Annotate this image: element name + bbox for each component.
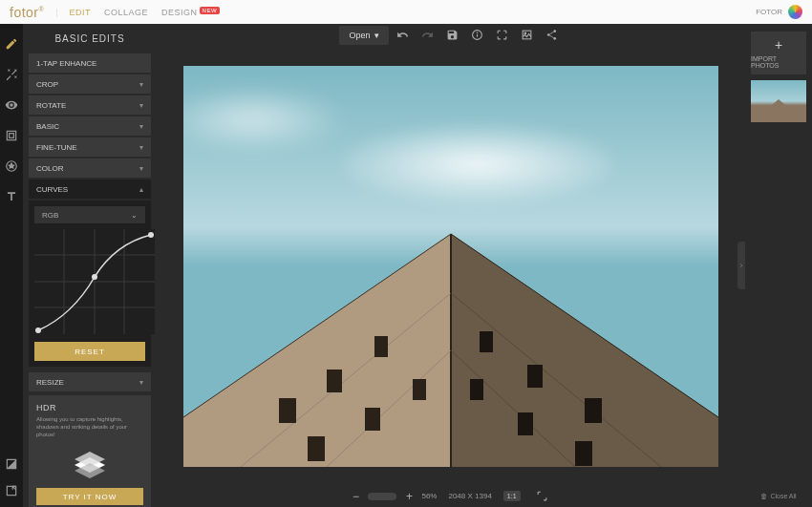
header-left: fotor® | EDIT COLLAGE DESIGNNEW xyxy=(10,5,220,20)
fullscreen-icon[interactable] xyxy=(492,26,513,45)
acc-basic[interactable]: BASIC▾ xyxy=(29,116,151,136)
info-icon[interactable] xyxy=(467,26,488,45)
hdr-stack-icon xyxy=(36,444,143,482)
svg-rect-37 xyxy=(480,331,493,352)
chevron-down-icon: ▾ xyxy=(139,101,143,110)
chevron-up-icon: ▴ xyxy=(139,185,143,194)
frame-icon[interactable] xyxy=(5,129,18,142)
acc-enhance[interactable]: 1-TAP ENHANCE xyxy=(29,53,151,73)
chevron-down-icon: ⌄ xyxy=(131,211,138,220)
app-header: fotor® | EDIT COLLAGE DESIGNNEW FOTOR xyxy=(0,0,812,24)
svg-rect-36 xyxy=(413,379,426,400)
chevron-down-icon: ▾ xyxy=(139,143,143,152)
main: BASIC EDITS 1-TAP ENHANCE CROP▾ ROTATE▾ … xyxy=(0,24,812,507)
open-button[interactable]: Open▾ xyxy=(339,26,388,45)
chevron-down-icon: ▾ xyxy=(139,164,143,173)
svg-rect-33 xyxy=(374,336,388,357)
curves-graph[interactable] xyxy=(34,229,155,334)
undo-icon[interactable] xyxy=(393,26,414,45)
sidebar: BASIC EDITS 1-TAP ENHANCE CROP▾ ROTATE▾ … xyxy=(23,24,157,507)
zoom-slider[interactable] xyxy=(368,493,396,500)
chevron-down-icon: ▾ xyxy=(139,80,143,89)
import-photos-button[interactable]: + IMPORT PHOTOS xyxy=(751,32,806,74)
hdr-desc: Allowing you to capture highlights, shad… xyxy=(36,416,143,438)
zoom-in-button[interactable]: + xyxy=(402,490,416,503)
dimensions-label: 2048 X 1394 xyxy=(448,492,491,500)
save-icon[interactable] xyxy=(442,26,463,45)
trash-icon: 🗑 xyxy=(760,493,767,499)
nav-tabs: EDIT COLLAGE DESIGNNEW xyxy=(70,8,221,17)
accordion: 1-TAP ENHANCE CROP▾ ROTATE▾ BASIC▾ FINE-… xyxy=(23,53,157,391)
tab-edit[interactable]: EDIT xyxy=(70,8,92,17)
logo[interactable]: fotor® xyxy=(10,5,44,20)
acc-color[interactable]: COLOR▾ xyxy=(29,158,151,178)
acc-crop[interactable]: CROP▾ xyxy=(29,74,151,94)
svg-point-18 xyxy=(553,31,556,33)
close-all-button[interactable]: 🗑 Close All xyxy=(760,493,796,499)
acc-curves[interactable]: CURVES▴ xyxy=(29,180,151,199)
image-icon[interactable] xyxy=(517,26,538,45)
svg-rect-0 xyxy=(7,131,15,139)
avatar[interactable] xyxy=(788,5,802,19)
expand-handle[interactable]: › xyxy=(737,242,745,289)
hdr-title: HDR xyxy=(36,403,143,412)
svg-rect-39 xyxy=(585,398,602,423)
zoom-controls: − + 56% xyxy=(349,490,437,503)
svg-point-11 xyxy=(92,274,97,280)
toolstrip xyxy=(0,24,23,507)
curves-channel-select[interactable]: RGB⌄ xyxy=(34,206,145,223)
expand-icon[interactable] xyxy=(532,487,553,506)
share-icon[interactable] xyxy=(542,26,563,45)
tab-design[interactable]: DESIGNNEW xyxy=(161,8,220,17)
chevron-down-icon: ▾ xyxy=(139,122,143,131)
zoom-value: 56% xyxy=(421,492,437,500)
svg-rect-40 xyxy=(470,379,483,400)
svg-rect-32 xyxy=(327,370,342,392)
eye-icon[interactable] xyxy=(5,98,18,112)
top-toolbar: Open▾ xyxy=(157,24,745,47)
new-badge: NEW xyxy=(200,7,221,14)
chevron-down-icon: ▾ xyxy=(374,31,379,40)
svg-point-20 xyxy=(553,37,556,40)
acc-rotate[interactable]: ROTATE▾ xyxy=(29,95,151,115)
panel-title: BASIC EDITS xyxy=(23,24,157,53)
canvas-viewport[interactable] xyxy=(157,47,745,486)
svg-point-15 xyxy=(477,32,478,33)
hdr-panel: HDR Allowing you to capture highlights, … xyxy=(29,395,151,507)
svg-point-12 xyxy=(148,232,154,238)
svg-point-10 xyxy=(35,327,41,333)
svg-rect-42 xyxy=(575,441,592,466)
acc-resize[interactable]: RESIZE▾ xyxy=(29,372,151,391)
zoom-out-button[interactable]: − xyxy=(349,490,362,503)
svg-rect-41 xyxy=(518,412,533,435)
svg-point-17 xyxy=(524,32,526,34)
chevron-down-icon: ▾ xyxy=(139,378,143,387)
canvas-image[interactable] xyxy=(183,66,718,467)
reset-button[interactable]: RESET xyxy=(34,342,145,361)
tab-collage[interactable]: COLLAGE xyxy=(104,8,148,17)
acc-finetune[interactable]: FINE-TUNE▾ xyxy=(29,137,151,157)
svg-rect-34 xyxy=(308,436,325,461)
thumbnail[interactable] xyxy=(751,80,806,122)
user-label: FOTOR xyxy=(756,8,782,16)
header-right: FOTOR xyxy=(756,5,802,19)
compare-icon[interactable] xyxy=(5,457,18,471)
sticker-icon[interactable] xyxy=(5,159,18,173)
plus-icon: + xyxy=(775,37,782,53)
rightbar: + IMPORT PHOTOS 🗑 Close All xyxy=(745,24,812,507)
try-now-button[interactable]: TRY IT NOW xyxy=(36,488,143,505)
svg-point-19 xyxy=(547,34,550,37)
svg-rect-35 xyxy=(365,408,380,431)
canvas-area: Open▾ xyxy=(157,24,745,507)
export-icon[interactable] xyxy=(5,484,18,497)
svg-rect-31 xyxy=(279,398,296,423)
svg-marker-22 xyxy=(183,234,451,467)
pencil-icon[interactable] xyxy=(5,37,18,51)
text-icon[interactable] xyxy=(5,190,18,203)
wand-icon[interactable] xyxy=(5,68,18,81)
curves-panel: RGB⌄ RESET xyxy=(29,201,151,367)
svg-rect-1 xyxy=(10,134,14,138)
redo-icon[interactable] xyxy=(417,26,438,45)
ratio-button[interactable]: 1:1 xyxy=(503,491,521,501)
bottom-toolbar: − + 56% 2048 X 1394 1:1 xyxy=(157,486,745,507)
